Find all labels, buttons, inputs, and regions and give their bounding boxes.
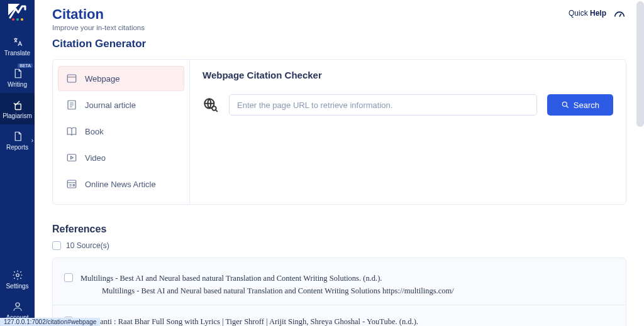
search-button-label: Search bbox=[574, 101, 599, 110]
reference-text: Multilings - Best AI and Neural based na… bbox=[80, 272, 614, 297]
svg-rect-6 bbox=[67, 75, 76, 82]
tab-news[interactable]: Online News Article bbox=[58, 171, 184, 197]
sidebar-item-translate[interactable]: Translate bbox=[0, 30, 35, 62]
page-title: Citation bbox=[52, 6, 145, 23]
tab-webpage[interactable]: Webpage bbox=[58, 66, 184, 91]
globe-search-icon bbox=[203, 97, 219, 113]
checker-title: Webpage Citation Checker bbox=[203, 70, 613, 80]
svg-rect-8 bbox=[67, 155, 76, 161]
help-link[interactable]: Quick Help bbox=[569, 9, 606, 18]
page-subtitle: Improve your in-text citations bbox=[52, 24, 145, 31]
tab-label: Online News Article bbox=[85, 180, 156, 189]
svg-point-5 bbox=[16, 303, 19, 307]
sidebar-item-writing[interactable]: BETA Writing bbox=[0, 62, 35, 93]
sidebar-item-label: Reports bbox=[1, 144, 33, 151]
svg-point-12 bbox=[562, 102, 567, 106]
tab-journal[interactable]: Journal article bbox=[58, 92, 184, 117]
references-list: Multilings - Best AI and Neural based na… bbox=[52, 258, 626, 326]
svg-point-1 bbox=[16, 18, 19, 21]
scrollbar[interactable] bbox=[636, 1, 644, 127]
url-input[interactable] bbox=[229, 94, 537, 116]
tab-book[interactable]: Book bbox=[58, 119, 184, 144]
svg-rect-9 bbox=[67, 180, 76, 188]
svg-point-0 bbox=[12, 18, 14, 21]
document-icon bbox=[12, 68, 23, 79]
translate-icon bbox=[12, 36, 23, 48]
app-logo bbox=[8, 4, 27, 23]
reference-text: Heropanti : Raat Bhar Full Song with Lyr… bbox=[80, 315, 614, 326]
sidebar-item-label: Settings bbox=[1, 283, 33, 290]
svg-point-2 bbox=[21, 18, 23, 21]
reference-item[interactable]: Heropanti : Raat Bhar Full Song with Lyr… bbox=[53, 309, 626, 326]
section-title: Citation Generator bbox=[35, 34, 644, 59]
sidebar-item-label: Translate bbox=[1, 50, 33, 57]
gear-icon bbox=[12, 269, 23, 281]
sidebar-item-label: Plagiarism bbox=[1, 112, 33, 119]
generator-panel: Webpage Journal article Book Video Onlin… bbox=[52, 59, 626, 205]
reports-icon bbox=[12, 131, 23, 142]
sidebar-item-label: Writing bbox=[1, 81, 33, 88]
reference-item[interactable]: Multilings - Best AI and Neural based na… bbox=[53, 266, 626, 301]
gauge-icon[interactable] bbox=[613, 6, 626, 20]
status-bar-url: 127.0.0.1:7002/citation#webpage bbox=[0, 318, 100, 326]
source-count: 10 Source(s) bbox=[66, 241, 109, 250]
sidebar: Translate BETA Writing Plagiarism › Repo… bbox=[0, 0, 35, 326]
tab-video[interactable]: Video bbox=[58, 145, 184, 170]
beta-badge: BETA bbox=[18, 63, 33, 68]
video-icon bbox=[66, 152, 77, 163]
tab-label: Webpage bbox=[85, 74, 119, 84]
select-all-checkbox[interactable] bbox=[52, 241, 61, 250]
tab-label: Video bbox=[85, 153, 106, 163]
sidebar-item-reports[interactable]: › Reports bbox=[0, 124, 35, 156]
search-button[interactable]: Search bbox=[547, 94, 613, 116]
main-content: Citation Improve your in-text citations … bbox=[35, 0, 644, 326]
tab-label: Book bbox=[85, 127, 104, 136]
news-icon bbox=[66, 178, 77, 190]
check-doc-icon bbox=[12, 99, 23, 111]
journal-icon bbox=[66, 99, 77, 111]
reference-checkbox[interactable] bbox=[64, 273, 73, 282]
sidebar-item-plagiarism[interactable]: Plagiarism bbox=[0, 93, 35, 124]
source-type-tabs: Webpage Journal article Book Video Onlin… bbox=[53, 60, 190, 204]
tab-label: Journal article bbox=[85, 101, 136, 110]
search-icon bbox=[561, 101, 570, 109]
user-icon bbox=[12, 301, 23, 312]
book-icon bbox=[66, 126, 77, 137]
chevron-right-icon: › bbox=[31, 137, 33, 144]
sidebar-item-settings[interactable]: Settings bbox=[0, 263, 35, 295]
svg-point-4 bbox=[16, 274, 19, 277]
references-title: References bbox=[35, 216, 644, 241]
webpage-icon bbox=[66, 73, 77, 84]
